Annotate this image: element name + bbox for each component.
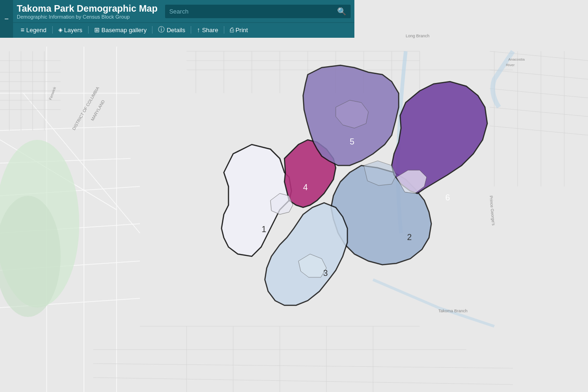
print-icon: ⎙	[230, 26, 234, 34]
region-label-1: 1	[262, 225, 266, 234]
share-label: Share	[202, 27, 218, 34]
basemap-icon: ⊞	[94, 26, 100, 34]
share-icon: ↑	[197, 26, 200, 34]
map-container[interactable]: MARYLAND DISTRICT OF COLUMBIA Fenwick Pr…	[0, 0, 588, 392]
layers-icon: ◈	[58, 27, 62, 33]
share-button[interactable]: ↑ Share	[193, 25, 222, 34]
svg-text:River: River	[506, 63, 515, 67]
details-label: Details	[166, 27, 185, 34]
basemap-gallery-button[interactable]: ⊞ Basemap gallery	[90, 25, 151, 34]
legend-button[interactable]: ≡ Legend	[17, 25, 50, 34]
layers-button[interactable]: ◈ Layers	[55, 26, 86, 34]
divider-3	[152, 26, 152, 34]
print-label: Print	[235, 27, 248, 34]
toolbar-top: + ⌂ Takoma Park Demographic Map Demograp…	[0, 0, 354, 22]
divider-1	[52, 26, 53, 34]
legend-icon: ≡	[21, 26, 24, 34]
basemap-label: Basemap gallery	[102, 27, 147, 34]
print-button[interactable]: ⎙ Print	[226, 25, 252, 34]
details-icon: ⓘ	[158, 26, 165, 34]
region-label-5: 5	[350, 137, 354, 146]
svg-text:Anacostia: Anacostia	[508, 57, 525, 62]
region-label-6: 6	[445, 193, 450, 202]
details-button[interactable]: ⓘ Details	[154, 25, 189, 35]
toolbar-bottom: − ≡ Legend ◈ Layers ⊞ Basemap gallery ⓘ …	[0, 22, 354, 38]
search-input[interactable]	[169, 8, 337, 15]
search-button[interactable]: 🔍	[337, 7, 346, 16]
region-label-4: 4	[303, 183, 308, 192]
legend-label: Legend	[26, 27, 46, 34]
divider-5	[224, 26, 224, 34]
region-label-2: 2	[407, 233, 412, 242]
app-title: Takoma Park Demographic Map	[17, 3, 158, 14]
svg-text:Takoma Branch: Takoma Branch	[438, 309, 468, 313]
region-label-3: 3	[323, 268, 328, 278]
divider-2	[88, 26, 89, 34]
title-block: Takoma Park Demographic Map Demographic …	[17, 3, 158, 20]
app-subtitle: Demographic Information by Census Block …	[17, 14, 158, 20]
toolbar: + ⌂ Takoma Park Demographic Map Demograp…	[0, 0, 354, 38]
zoom-out-button[interactable]: −	[0, 0, 13, 38]
map-svg: MARYLAND DISTRICT OF COLUMBIA Fenwick Pr…	[0, 0, 588, 392]
search-bar[interactable]: 🔍	[165, 5, 351, 18]
svg-text:Long Branch: Long Branch	[406, 34, 429, 38]
layers-label: Layers	[64, 27, 83, 34]
divider-4	[191, 26, 191, 34]
